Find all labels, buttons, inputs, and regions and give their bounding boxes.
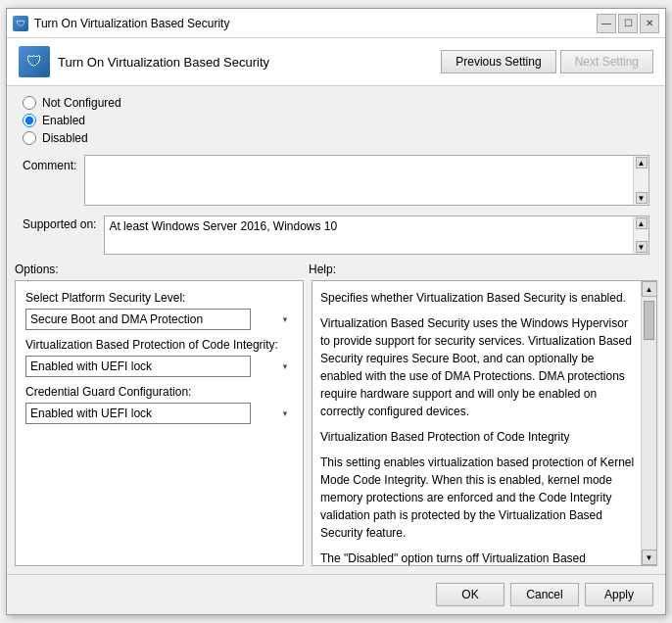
radio-section: Not Configured Enabled Disabled xyxy=(7,86,665,155)
credential-guard-select-wrapper: Enabled with UEFI lock Enabled without l… xyxy=(25,403,293,424)
help-scroll-thumb[interactable] xyxy=(644,301,654,340)
apply-button[interactable]: Apply xyxy=(585,583,653,606)
footer: OK Cancel Apply xyxy=(7,574,665,614)
help-scroll-down[interactable]: ▼ xyxy=(642,550,657,565)
help-para-3: Virtualization Based Protection of Code … xyxy=(320,428,635,446)
close-button[interactable]: ✕ xyxy=(640,14,659,33)
main-window: 🛡 Turn On Virtualization Based Security … xyxy=(6,8,666,615)
code-integrity-group: Virtualization Based Protection of Code … xyxy=(25,338,293,377)
ok-button[interactable]: OK xyxy=(436,583,504,606)
supported-section: Supported on: At least Windows Server 20… xyxy=(7,212,665,263)
platform-security-label: Select Platform Security Level: xyxy=(25,291,293,305)
main-content: Select Platform Security Level: Secure B… xyxy=(7,280,665,574)
options-help-row: Options: Help: xyxy=(7,263,665,280)
platform-security-group: Select Platform Security Level: Secure B… xyxy=(25,291,293,330)
help-scroll-up[interactable]: ▲ xyxy=(642,281,657,297)
radio-enabled-input[interactable] xyxy=(23,114,36,127)
help-para-5: The "Disabled" option turns off Virtuali… xyxy=(320,550,635,565)
comment-scrollbar: ▲ ▼ xyxy=(633,156,648,205)
credential-guard-label: Credential Guard Configuration: xyxy=(25,385,293,399)
help-panel: Specifies whether Virtualization Based S… xyxy=(312,280,657,566)
supported-label: Supported on: xyxy=(23,216,96,231)
help-scroll-track[interactable] xyxy=(642,297,656,550)
header-section: 🛡 Turn On Virtualization Based Security … xyxy=(7,38,665,86)
radio-disabled-label: Disabled xyxy=(42,131,88,145)
previous-setting-button[interactable]: Previous Setting xyxy=(441,50,555,73)
comment-scroll-up[interactable]: ▲ xyxy=(636,157,648,168)
comment-section: Comment: ▲ ▼ xyxy=(7,155,665,212)
radio-not-configured-input[interactable] xyxy=(23,96,36,110)
window-icon: 🛡 xyxy=(13,16,28,31)
header-title: Turn On Virtualization Based Security xyxy=(58,55,269,70)
help-para-4: This setting enables virtualization base… xyxy=(320,454,635,542)
comment-scroll-down[interactable]: ▼ xyxy=(636,192,648,204)
supported-scrollbar: ▲ ▼ xyxy=(633,216,648,254)
header-buttons: Previous Setting Next Setting xyxy=(441,50,653,73)
code-integrity-label: Virtualization Based Protection of Code … xyxy=(25,338,293,352)
code-integrity-select[interactable]: Enabled with UEFI lock Enabled without l… xyxy=(25,356,251,377)
window-title: Turn On Virtualization Based Security xyxy=(34,17,229,30)
code-integrity-select-wrapper: Enabled with UEFI lock Enabled without l… xyxy=(25,356,293,377)
comment-box: ▲ ▼ xyxy=(84,155,649,206)
platform-security-chevron-icon: ▼ xyxy=(281,315,289,324)
supported-scroll-down[interactable]: ▼ xyxy=(636,241,648,253)
options-heading: Options: xyxy=(15,263,309,276)
radio-enabled-label: Enabled xyxy=(42,114,85,127)
radio-not-configured: Not Configured xyxy=(23,96,649,110)
platform-security-select[interactable]: Secure Boot and DMA Protection Secure Bo… xyxy=(25,309,251,330)
credential-guard-group: Credential Guard Configuration: Enabled … xyxy=(25,385,293,424)
help-text-content: Specifies whether Virtualization Based S… xyxy=(312,281,656,565)
help-scrollbar: ▲ ▼ xyxy=(641,281,656,565)
radio-not-configured-label: Not Configured xyxy=(42,96,121,110)
maximize-button[interactable]: ☐ xyxy=(618,14,638,33)
supported-box: At least Windows Server 2016, Windows 10… xyxy=(104,216,649,255)
comment-label: Comment: xyxy=(23,155,76,172)
title-bar-controls: — ☐ ✕ xyxy=(597,14,659,33)
cancel-button[interactable]: Cancel xyxy=(510,583,579,606)
header-icon: 🛡 xyxy=(19,46,50,77)
credential-guard-chevron-icon: ▼ xyxy=(281,409,289,418)
header-left: 🛡 Turn On Virtualization Based Security xyxy=(19,46,269,77)
radio-enabled: Enabled xyxy=(23,114,649,127)
code-integrity-chevron-icon: ▼ xyxy=(281,362,289,371)
platform-security-select-wrapper: Secure Boot and DMA Protection Secure Bo… xyxy=(25,309,293,330)
supported-scroll-up[interactable]: ▲ xyxy=(636,217,648,229)
credential-guard-select[interactable]: Enabled with UEFI lock Enabled without l… xyxy=(25,403,251,424)
radio-disabled-input[interactable] xyxy=(23,131,36,145)
options-panel: Select Platform Security Level: Secure B… xyxy=(15,280,304,566)
supported-value: At least Windows Server 2016, Windows 10 xyxy=(109,218,337,235)
help-heading: Help: xyxy=(309,263,657,276)
title-bar-left: 🛡 Turn On Virtualization Based Security xyxy=(13,16,229,31)
help-para-1: Specifies whether Virtualization Based S… xyxy=(320,289,635,307)
minimize-button[interactable]: — xyxy=(597,14,616,33)
help-para-2: Virtualization Based Security uses the W… xyxy=(320,314,635,420)
next-setting-button[interactable]: Next Setting xyxy=(560,50,653,73)
title-bar: 🛡 Turn On Virtualization Based Security … xyxy=(7,9,665,38)
radio-disabled: Disabled xyxy=(23,131,649,145)
